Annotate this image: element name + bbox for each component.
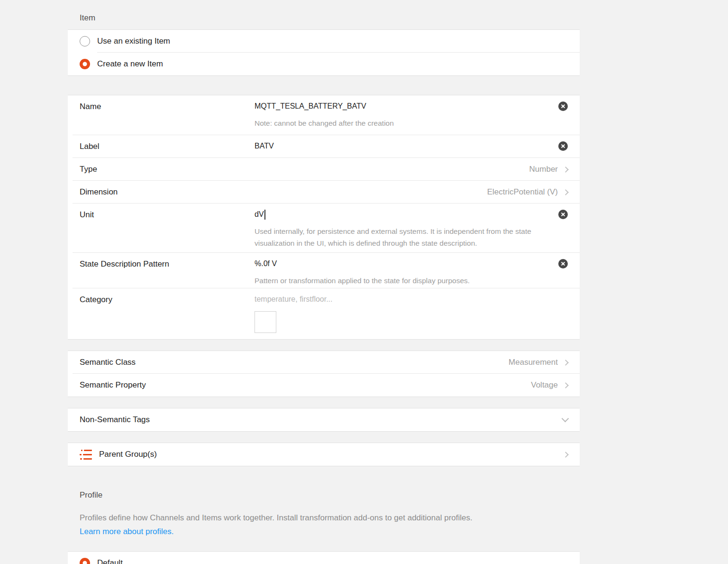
chevron-right-icon: [563, 382, 569, 388]
state-description-help-text: Pattern or transformation applied to the…: [255, 275, 560, 287]
clear-icon[interactable]: [558, 102, 568, 111]
chevron-down-icon: [562, 415, 569, 423]
label-input[interactable]: [255, 142, 520, 150]
dimension-label: Dimension: [80, 181, 255, 203]
name-note: Note: cannot be changed after the creati…: [255, 117, 560, 129]
unit-row: Unit dV Used internally, for persistence…: [68, 203, 580, 253]
item-config-page: Item Use an existing Item Create a new I…: [68, 0, 580, 564]
label-row: Label: [68, 135, 580, 158]
state-description-input[interactable]: [255, 259, 520, 268]
semantic-class-label: Semantic Class: [80, 358, 136, 367]
option-label: Create a new Item: [97, 59, 163, 69]
option-create-new-item[interactable]: Create a new Item: [68, 53, 580, 75]
non-semantic-tags-label: Non-Semantic Tags: [80, 415, 150, 425]
name-input[interactable]: [255, 102, 520, 111]
state-description-row: State Description Pattern Pattern or tra…: [68, 253, 580, 288]
profile-section-title: Profile: [68, 466, 580, 500]
unit-input[interactable]: dV: [255, 210, 265, 220]
parent-groups-card: Parent Group(s): [68, 443, 580, 466]
option-label: Use an existing Item: [97, 37, 170, 46]
parent-groups-label: Parent Group(s): [99, 450, 157, 459]
parent-groups-row[interactable]: Parent Group(s): [68, 443, 580, 466]
option-label: Default: [97, 558, 123, 564]
non-semantic-tags-row[interactable]: Non-Semantic Tags: [68, 408, 580, 431]
type-label: Type: [80, 158, 255, 181]
radio-checked-icon[interactable]: [80, 558, 90, 564]
semantic-property-value: Voltage: [531, 380, 558, 390]
category-label: Category: [80, 288, 255, 311]
semantic-class-value: Measurement: [509, 358, 558, 367]
semantic-property-row[interactable]: Semantic Property Voltage: [68, 374, 580, 397]
clear-icon[interactable]: [558, 210, 568, 219]
option-profile-default[interactable]: Default: [68, 552, 580, 564]
type-value: Number: [529, 165, 558, 174]
chevron-right-icon: [563, 166, 569, 173]
profile-description: Profiles define how Channels and Items w…: [68, 500, 580, 524]
profile-choice-card: Default: [68, 551, 580, 564]
category-row: Category: [68, 288, 580, 339]
category-input[interactable]: [255, 295, 520, 304]
semantic-class-row[interactable]: Semantic Class Measurement: [68, 351, 580, 374]
non-semantic-tags-card: Non-Semantic Tags: [68, 408, 580, 432]
chevron-right-icon: [563, 189, 569, 195]
unit-label: Unit: [80, 203, 255, 226]
radio-checked-icon[interactable]: [80, 59, 90, 69]
radio-unchecked-icon[interactable]: [80, 36, 90, 46]
clear-icon[interactable]: [558, 141, 568, 151]
list-icon: [80, 450, 92, 460]
profiles-help-link[interactable]: Learn more about profiles.: [68, 524, 173, 539]
chevron-right-icon: [563, 360, 569, 366]
item-form-card: Name Note: cannot be changed after the c…: [68, 95, 580, 340]
clear-icon[interactable]: [558, 259, 568, 268]
semantics-card: Semantic Class Measurement Semantic Prop…: [68, 351, 580, 397]
category-icon-preview: [255, 311, 276, 333]
unit-value: dV: [255, 210, 264, 219]
dimension-value: ElectricPotential (V): [487, 187, 558, 197]
option-use-existing-item[interactable]: Use an existing Item: [68, 30, 580, 53]
item-choice-card: Use an existing Item Create a new Item: [68, 29, 580, 76]
dimension-row[interactable]: Dimension ElectricPotential (V): [68, 181, 580, 203]
type-row[interactable]: Type Number: [68, 158, 580, 181]
chevron-right-icon: [563, 452, 569, 458]
label-label: Label: [80, 135, 255, 158]
semantic-property-label: Semantic Property: [80, 380, 146, 390]
text-caret: [264, 210, 265, 220]
unit-help-text: Used internally, for persistence and ext…: [255, 225, 560, 249]
name-label: Name: [80, 95, 255, 118]
name-row: Name Note: cannot be changed after the c…: [68, 95, 580, 135]
item-section-title: Item: [68, 0, 580, 29]
state-description-label: State Description Pattern: [80, 253, 255, 276]
